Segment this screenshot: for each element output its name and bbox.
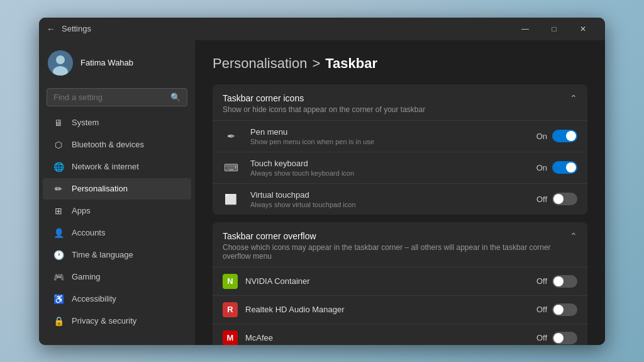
toggle-thumb [566, 162, 576, 173]
sidebar-item-label: Privacy & security [72, 316, 136, 325]
section-corner-icons: Taskbar corner icons Show or hide icons … [213, 84, 587, 215]
app-icon: N [223, 274, 238, 289]
sidebar-item-time[interactable]: 🕐 Time & language [43, 244, 191, 266]
nav-items: 🖥 System ⬡ Bluetooth & devices 🌐 Network… [39, 111, 195, 332]
toggle-label: Off [536, 276, 547, 286]
toggle-area: On [536, 161, 577, 174]
sidebar-item-bluetooth[interactable]: ⬡ Bluetooth & devices [43, 134, 191, 156]
app-icon: M [223, 331, 238, 345]
section-info: Taskbar corner icons Show or hide icons … [223, 93, 425, 114]
accessibility-icon: ♿ [53, 293, 64, 305]
app-name: Realtek HD Audio Manager [245, 305, 529, 314]
privacy-icon: 🔒 [53, 315, 64, 327]
sidebar-item-accounts[interactable]: 👤 Accounts [43, 222, 191, 244]
chevron-up-icon: ⌃ [570, 93, 577, 103]
toggle-realtek-hd-audio-manager[interactable] [552, 303, 577, 316]
maximize-button[interactable]: □ [540, 18, 569, 40]
virtual-touchpad-icon: ⬜ [224, 192, 238, 206]
toggle-touch-keyboard[interactable] [552, 161, 577, 174]
toggle-thumb [553, 333, 564, 343]
toggle-thumb [553, 305, 564, 315]
sidebar-item-label: Gaming [72, 272, 101, 281]
sidebar-item-network[interactable]: 🌐 Network & internet [43, 156, 191, 178]
accounts-icon: 👤 [53, 227, 64, 239]
breadcrumb-separator: > [312, 55, 320, 72]
toggle-label: On [536, 132, 547, 141]
toggle-area: Off [536, 303, 577, 316]
network-icon: 🌐 [53, 161, 64, 173]
sidebar-item-label: Apps [72, 206, 91, 215]
window-controls: — □ ✕ [511, 18, 597, 40]
section-header-corner-icons[interactable]: Taskbar corner icons Show or hide icons … [213, 84, 587, 120]
setting-name: Touch keyboard [250, 159, 529, 168]
app-name: NVIDIA Container [245, 276, 529, 286]
sidebar-item-label: System [72, 118, 99, 127]
toggle-area: On [536, 130, 577, 142]
page-title: Taskbar [325, 55, 377, 72]
chevron-up-icon: ⌃ [570, 231, 577, 241]
setting-name: Virtual touchpad [250, 190, 529, 200]
sidebar-item-personalisation[interactable]: ✏ Personalisation [43, 178, 191, 200]
back-button[interactable]: ← [47, 24, 55, 34]
settings-window: ← Settings — □ ✕ Fatima Wahab [39, 18, 605, 345]
toggle-label: Off [536, 195, 547, 204]
app-name: McAfee [245, 333, 529, 342]
section-info: Taskbar corner overflow Choose which ico… [223, 231, 570, 261]
setting-info: Virtual touchpad Always show virtual tou… [250, 190, 529, 208]
section-desc: Choose which icons may appear in the tas… [223, 243, 570, 261]
section-corner-overflow: Taskbar corner overflow Choose which ico… [213, 222, 587, 345]
sidebar-item-label: Bluetooth & devices [72, 140, 144, 149]
toggle-label: Off [536, 333, 547, 342]
toggle-virtual-touchpad[interactable] [552, 193, 577, 205]
sidebar-item-gaming[interactable]: 🎮 Gaming [43, 266, 191, 288]
sidebar-item-system[interactable]: 🖥 System [43, 112, 191, 133]
sidebar: Fatima Wahab 🔍 🖥 System ⬡ Bluetooth & de… [39, 40, 195, 345]
sidebar-item-label: Accessibility [72, 294, 116, 303]
setting-subdesc: Always show virtual touchpad icon [250, 201, 529, 208]
toggle-nvidia-container[interactable] [552, 275, 577, 288]
toggle-label: Off [536, 305, 547, 314]
sidebar-item-label: Accounts [72, 228, 105, 237]
setting-info: Pen menu Show pen menu icon when pen is … [250, 127, 529, 145]
touch-keyboard-icon: ⌨ [224, 161, 238, 174]
toggle-pen-menu[interactable] [552, 130, 577, 142]
system-icon: 🖥 [53, 117, 64, 128]
avatar [48, 50, 73, 76]
section-desc: Show or hide icons that appear on the co… [223, 105, 425, 114]
toggle-thumb [553, 194, 564, 204]
apps-icon: ⊞ [53, 205, 64, 217]
svg-point-1 [56, 55, 65, 64]
setting-row-virtual-touchpad: ⬜ Virtual touchpad Always show virtual t… [213, 183, 587, 215]
search-input[interactable] [53, 93, 165, 102]
sidebar-item-privacy[interactable]: 🔒 Privacy & security [43, 310, 191, 332]
search-icon: 🔍 [170, 93, 180, 102]
overflow-row-mcafee: M McAfee Off [213, 324, 587, 345]
page-header: Personalisation > Taskbar [213, 55, 587, 72]
main-content: Personalisation > Taskbar Taskbar corner… [195, 40, 605, 345]
time-icon: 🕐 [53, 249, 64, 261]
gaming-icon: 🎮 [53, 271, 64, 283]
section-header-corner-overflow[interactable]: Taskbar corner overflow Choose which ico… [213, 222, 587, 267]
sidebar-item-accessibility[interactable]: ♿ Accessibility [43, 288, 191, 310]
bluetooth-icon: ⬡ [53, 139, 64, 150]
close-button[interactable]: ✕ [569, 18, 597, 40]
breadcrumb: Personalisation [213, 55, 307, 72]
username: Fatima Wahab [80, 58, 133, 67]
app-icon: R [223, 302, 238, 317]
setting-row-touch-keyboard: ⌨ Touch keyboard Always show touch keybo… [213, 152, 587, 183]
content-area: Fatima Wahab 🔍 🖥 System ⬡ Bluetooth & de… [39, 40, 605, 345]
sidebar-item-apps[interactable]: ⊞ Apps [43, 200, 191, 222]
sidebar-item-label: Network & internet [72, 162, 139, 171]
user-section: Fatima Wahab [39, 40, 195, 86]
toggle-area: Off [536, 193, 577, 205]
sidebar-item-label: Time & language [72, 250, 133, 259]
toggle-area: Off [536, 275, 577, 288]
section-title: Taskbar corner overflow [223, 231, 570, 241]
minimize-button[interactable]: — [511, 18, 540, 40]
personalisation-icon: ✏ [53, 183, 64, 195]
sections-container: Taskbar corner icons Show or hide icons … [213, 84, 587, 345]
toggle-area: Off [536, 332, 577, 344]
setting-info: Touch keyboard Always show touch keyboar… [250, 159, 529, 177]
toggle-mcafee[interactable] [552, 332, 577, 344]
search-box[interactable]: 🔍 [47, 88, 187, 106]
